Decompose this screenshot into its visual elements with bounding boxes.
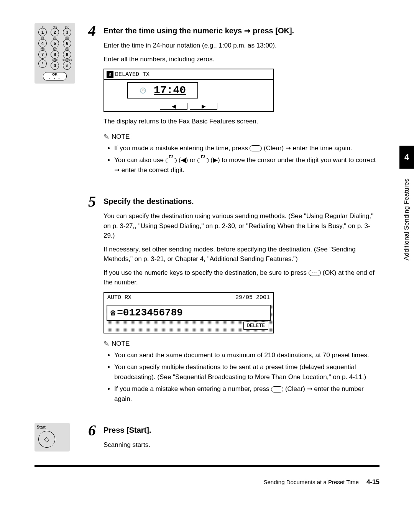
step-5-body1: You can specify the destination using va… [104,211,380,241]
clear-key-icon [271,386,283,392]
note-item-1: If you made a mistake entering the time,… [114,143,380,153]
pencil-icon: ✎ [104,133,109,141]
start-key-illustration: Start ◇ [34,423,88,452]
f3-key-icon: F3 [197,158,209,163]
lcd-delayed-tx: 🗎 DELAYED TX 17:40 ◀ ▶ [104,69,274,112]
step-number-4: 4 [88,23,104,38]
step-number-6: 6 [88,423,104,438]
clock-icon [140,87,146,94]
lcd-right-arrow: ▶ [190,103,217,110]
note-item-3: If you made a mistake when entering a nu… [114,384,380,404]
chapter-tab: 4 Additional Sending Features [399,146,414,264]
lcd-phone-number: =0123456789 [117,307,183,319]
step-5-body2: If necessary, set other sending modes, b… [104,245,380,264]
step-6: Start ◇ 6 Press [Start]. Scanning starts… [34,423,380,467]
page-number: 4-15 [366,478,380,486]
step-4-note: ✎ NOTE If you made a mistake entering th… [104,133,380,175]
step-4: @1 ABC2 DEF3 GHI4 JKL5 MNO6 PRS7 TUV8 WX… [34,23,380,182]
lcd-delete-label: DELETE [243,322,268,330]
lcd-date: 29/05 2001 [235,294,270,301]
lcd-time-value: 17:40 [154,84,186,96]
lcd-mode: AUTO RX [107,294,131,301]
ok-key-icon-inline [309,270,321,276]
step-4-body2: Enter all the numbers, including zeros. [104,54,380,64]
clear-key-icon [250,145,262,151]
page-footer: Sending Documents at a Preset Time 4-15 [34,478,380,486]
step-6-heading: Press [Start]. [104,426,380,435]
ok-key-icon: OK ⚬ ⚬ ⚬ [43,72,67,80]
step-5-heading: Specify the destinations. [104,197,380,206]
lcd-auto-rx: AUTO RX 29/05 2001 =0123456789 DELETE [104,292,274,333]
step-5-body3: If you use the numeric keys to specify t… [104,268,380,287]
pencil-icon: ✎ [104,340,109,348]
step-5: 5 Specify the destinations. You can spec… [34,194,380,411]
chapter-number: 4 [399,146,414,169]
step-number-5: 5 [88,194,104,209]
f2-key-icon: F2 [166,158,177,163]
keypad-illustration: @1 ABC2 DEF3 GHI4 JKL5 MNO6 PRS7 TUV8 WX… [34,23,88,84]
note-label: NOTE [112,133,130,141]
step-4-body3: The display returns to the Fax Basic Fea… [104,117,380,126]
phone-icon [110,307,115,319]
tx-doc-icon: 🗎 [107,71,113,78]
chapter-title: Additional Sending Features [401,175,413,264]
step-4-body1: Enter the time in 24-hour notation (e.g.… [104,41,380,51]
lcd-title: DELAYED TX [115,71,150,78]
note-item-1: You can send the same document to a maxi… [114,350,380,360]
note-label: NOTE [112,340,130,348]
step-6-body: Scanning starts. [104,440,380,450]
start-diamond-icon: ◇ [38,431,55,448]
footer-title: Sending Documents at a Preset Time [264,479,359,485]
step-5-note: ✎ NOTE You can send the same document to… [104,340,380,404]
note-item-2: You can specify multiple destinations to… [114,362,380,382]
note-item-2: You can also use F2 (◀) or F3 (▶) to mov… [114,155,380,175]
lcd-left-arrow: ◀ [160,103,187,110]
step-4-heading: Enter the time using the numeric keys ➞ … [104,26,380,35]
